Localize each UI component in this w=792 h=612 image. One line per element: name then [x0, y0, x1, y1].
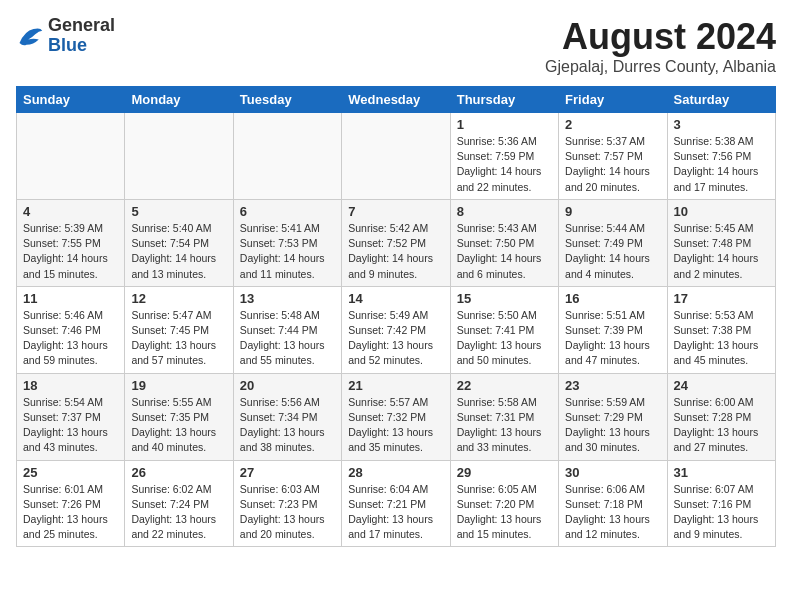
day-detail: Sunrise: 5:36 AM Sunset: 7:59 PM Dayligh…	[457, 134, 552, 195]
logo-bird-icon	[16, 22, 44, 50]
day-number: 1	[457, 117, 552, 132]
day-number: 13	[240, 291, 335, 306]
day-number: 4	[23, 204, 118, 219]
day-number: 31	[674, 465, 769, 480]
day-detail: Sunrise: 5:49 AM Sunset: 7:42 PM Dayligh…	[348, 308, 443, 369]
calendar-cell: 12Sunrise: 5:47 AM Sunset: 7:45 PM Dayli…	[125, 286, 233, 373]
day-detail: Sunrise: 5:45 AM Sunset: 7:48 PM Dayligh…	[674, 221, 769, 282]
day-number: 25	[23, 465, 118, 480]
logo-text: GeneralBlue	[48, 16, 115, 56]
day-detail: Sunrise: 5:55 AM Sunset: 7:35 PM Dayligh…	[131, 395, 226, 456]
calendar-cell: 18Sunrise: 5:54 AM Sunset: 7:37 PM Dayli…	[17, 373, 125, 460]
calendar-cell: 10Sunrise: 5:45 AM Sunset: 7:48 PM Dayli…	[667, 199, 775, 286]
day-detail: Sunrise: 6:01 AM Sunset: 7:26 PM Dayligh…	[23, 482, 118, 543]
day-number: 6	[240, 204, 335, 219]
calendar-cell: 2Sunrise: 5:37 AM Sunset: 7:57 PM Daylig…	[559, 113, 667, 200]
calendar-week-row: 18Sunrise: 5:54 AM Sunset: 7:37 PM Dayli…	[17, 373, 776, 460]
calendar-cell	[17, 113, 125, 200]
calendar-cell: 30Sunrise: 6:06 AM Sunset: 7:18 PM Dayli…	[559, 460, 667, 547]
day-number: 22	[457, 378, 552, 393]
day-number: 30	[565, 465, 660, 480]
day-detail: Sunrise: 5:57 AM Sunset: 7:32 PM Dayligh…	[348, 395, 443, 456]
day-number: 7	[348, 204, 443, 219]
day-detail: Sunrise: 6:03 AM Sunset: 7:23 PM Dayligh…	[240, 482, 335, 543]
calendar-cell: 16Sunrise: 5:51 AM Sunset: 7:39 PM Dayli…	[559, 286, 667, 373]
calendar-cell: 19Sunrise: 5:55 AM Sunset: 7:35 PM Dayli…	[125, 373, 233, 460]
calendar-cell: 15Sunrise: 5:50 AM Sunset: 7:41 PM Dayli…	[450, 286, 558, 373]
page-header: GeneralBlue August 2024 Gjepalaj, Durres…	[16, 16, 776, 76]
day-detail: Sunrise: 5:53 AM Sunset: 7:38 PM Dayligh…	[674, 308, 769, 369]
day-detail: Sunrise: 5:59 AM Sunset: 7:29 PM Dayligh…	[565, 395, 660, 456]
day-number: 16	[565, 291, 660, 306]
day-detail: Sunrise: 5:47 AM Sunset: 7:45 PM Dayligh…	[131, 308, 226, 369]
logo: GeneralBlue	[16, 16, 115, 56]
calendar-cell: 31Sunrise: 6:07 AM Sunset: 7:16 PM Dayli…	[667, 460, 775, 547]
calendar-cell: 25Sunrise: 6:01 AM Sunset: 7:26 PM Dayli…	[17, 460, 125, 547]
day-detail: Sunrise: 5:46 AM Sunset: 7:46 PM Dayligh…	[23, 308, 118, 369]
calendar-cell	[342, 113, 450, 200]
calendar-cell: 9Sunrise: 5:44 AM Sunset: 7:49 PM Daylig…	[559, 199, 667, 286]
calendar-week-row: 25Sunrise: 6:01 AM Sunset: 7:26 PM Dayli…	[17, 460, 776, 547]
day-number: 18	[23, 378, 118, 393]
calendar-cell: 4Sunrise: 5:39 AM Sunset: 7:55 PM Daylig…	[17, 199, 125, 286]
day-detail: Sunrise: 5:56 AM Sunset: 7:34 PM Dayligh…	[240, 395, 335, 456]
day-number: 24	[674, 378, 769, 393]
day-number: 8	[457, 204, 552, 219]
day-number: 21	[348, 378, 443, 393]
main-title: August 2024	[545, 16, 776, 58]
day-detail: Sunrise: 5:43 AM Sunset: 7:50 PM Dayligh…	[457, 221, 552, 282]
calendar-cell: 29Sunrise: 6:05 AM Sunset: 7:20 PM Dayli…	[450, 460, 558, 547]
calendar-week-row: 1Sunrise: 5:36 AM Sunset: 7:59 PM Daylig…	[17, 113, 776, 200]
weekday-header-wednesday: Wednesday	[342, 87, 450, 113]
calendar-week-row: 11Sunrise: 5:46 AM Sunset: 7:46 PM Dayli…	[17, 286, 776, 373]
calendar-cell: 20Sunrise: 5:56 AM Sunset: 7:34 PM Dayli…	[233, 373, 341, 460]
day-detail: Sunrise: 5:38 AM Sunset: 7:56 PM Dayligh…	[674, 134, 769, 195]
calendar-cell: 24Sunrise: 6:00 AM Sunset: 7:28 PM Dayli…	[667, 373, 775, 460]
calendar-cell: 13Sunrise: 5:48 AM Sunset: 7:44 PM Dayli…	[233, 286, 341, 373]
day-detail: Sunrise: 5:42 AM Sunset: 7:52 PM Dayligh…	[348, 221, 443, 282]
calendar-cell: 5Sunrise: 5:40 AM Sunset: 7:54 PM Daylig…	[125, 199, 233, 286]
day-number: 11	[23, 291, 118, 306]
calendar-cell: 14Sunrise: 5:49 AM Sunset: 7:42 PM Dayli…	[342, 286, 450, 373]
calendar-cell: 8Sunrise: 5:43 AM Sunset: 7:50 PM Daylig…	[450, 199, 558, 286]
day-number: 2	[565, 117, 660, 132]
day-number: 27	[240, 465, 335, 480]
day-number: 14	[348, 291, 443, 306]
weekday-header-row: SundayMondayTuesdayWednesdayThursdayFrid…	[17, 87, 776, 113]
calendar-cell: 7Sunrise: 5:42 AM Sunset: 7:52 PM Daylig…	[342, 199, 450, 286]
day-detail: Sunrise: 5:48 AM Sunset: 7:44 PM Dayligh…	[240, 308, 335, 369]
day-detail: Sunrise: 6:05 AM Sunset: 7:20 PM Dayligh…	[457, 482, 552, 543]
calendar-cell: 23Sunrise: 5:59 AM Sunset: 7:29 PM Dayli…	[559, 373, 667, 460]
calendar-cell	[125, 113, 233, 200]
day-number: 9	[565, 204, 660, 219]
calendar-cell	[233, 113, 341, 200]
day-number: 19	[131, 378, 226, 393]
day-detail: Sunrise: 5:41 AM Sunset: 7:53 PM Dayligh…	[240, 221, 335, 282]
calendar-cell: 28Sunrise: 6:04 AM Sunset: 7:21 PM Dayli…	[342, 460, 450, 547]
title-block: August 2024 Gjepalaj, Durres County, Alb…	[545, 16, 776, 76]
day-detail: Sunrise: 5:39 AM Sunset: 7:55 PM Dayligh…	[23, 221, 118, 282]
day-number: 20	[240, 378, 335, 393]
day-number: 17	[674, 291, 769, 306]
calendar-cell: 6Sunrise: 5:41 AM Sunset: 7:53 PM Daylig…	[233, 199, 341, 286]
weekday-header-saturday: Saturday	[667, 87, 775, 113]
day-number: 5	[131, 204, 226, 219]
day-detail: Sunrise: 6:00 AM Sunset: 7:28 PM Dayligh…	[674, 395, 769, 456]
day-number: 23	[565, 378, 660, 393]
calendar-table: SundayMondayTuesdayWednesdayThursdayFrid…	[16, 86, 776, 547]
day-number: 10	[674, 204, 769, 219]
calendar-week-row: 4Sunrise: 5:39 AM Sunset: 7:55 PM Daylig…	[17, 199, 776, 286]
day-detail: Sunrise: 5:51 AM Sunset: 7:39 PM Dayligh…	[565, 308, 660, 369]
day-number: 28	[348, 465, 443, 480]
day-number: 29	[457, 465, 552, 480]
weekday-header-thursday: Thursday	[450, 87, 558, 113]
day-number: 15	[457, 291, 552, 306]
day-number: 26	[131, 465, 226, 480]
weekday-header-monday: Monday	[125, 87, 233, 113]
calendar-cell: 22Sunrise: 5:58 AM Sunset: 7:31 PM Dayli…	[450, 373, 558, 460]
calendar-cell: 17Sunrise: 5:53 AM Sunset: 7:38 PM Dayli…	[667, 286, 775, 373]
day-detail: Sunrise: 6:06 AM Sunset: 7:18 PM Dayligh…	[565, 482, 660, 543]
day-detail: Sunrise: 6:07 AM Sunset: 7:16 PM Dayligh…	[674, 482, 769, 543]
calendar-cell: 26Sunrise: 6:02 AM Sunset: 7:24 PM Dayli…	[125, 460, 233, 547]
day-detail: Sunrise: 5:54 AM Sunset: 7:37 PM Dayligh…	[23, 395, 118, 456]
